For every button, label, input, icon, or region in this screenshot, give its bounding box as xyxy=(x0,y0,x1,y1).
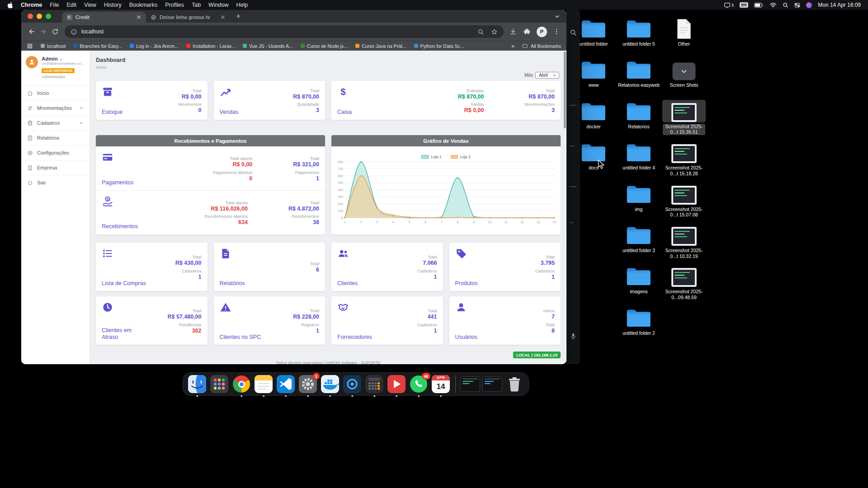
forward-button[interactable] xyxy=(38,26,49,38)
desktop-icon-screenshot-2025-0-t-15-36-51[interactable]: Screenshot 2025-0...t 15.36.51 xyxy=(662,100,706,135)
menubar-item-edit[interactable]: Edit xyxy=(66,2,76,8)
card-title[interactable]: Fornecedores xyxy=(337,334,372,341)
desktop-icon-screen-shots[interactable]: Screen Shots xyxy=(662,58,706,88)
dock-calendar-icon[interactable]: APR14 xyxy=(431,374,451,394)
dock-docker-icon[interactable] xyxy=(320,374,340,394)
card-vendas[interactable]: VendasTotalR$ 870,00Quantidade3 xyxy=(214,81,326,120)
desktop-icon-untitled-folder-3[interactable]: untitled folder 3 xyxy=(617,224,660,253)
card-title[interactable]: Produtos xyxy=(455,280,478,287)
address-bar[interactable]: localhost xyxy=(65,25,504,38)
bookmark-item[interactable]: Branches for Easy... xyxy=(73,43,122,49)
desktop-icon-relatorios-easyweb[interactable]: Relatorios-easyweb xyxy=(617,58,660,88)
new-tab-button[interactable] xyxy=(233,11,244,22)
profile-avatar[interactable]: P xyxy=(537,27,547,37)
card-title[interactable]: Relatórios xyxy=(220,280,245,287)
dock-blue-app-icon[interactable] xyxy=(342,374,362,394)
dock-chrome-icon[interactable] xyxy=(231,374,251,394)
card-title[interactable]: Usuários xyxy=(455,334,477,341)
lens-search-icon[interactable] xyxy=(477,28,484,35)
back-button[interactable] xyxy=(26,26,38,38)
sidebar-item-empresa[interactable]: Empresa xyxy=(21,160,90,175)
section-recebimentos[interactable]: $RecebimentosTotal abertoR$ 116.026,00Re… xyxy=(96,190,325,234)
spotlight-icon[interactable] xyxy=(783,2,788,8)
menubar-item-tab[interactable]: Tab xyxy=(192,2,201,8)
dock-finder-icon[interactable] xyxy=(187,374,207,394)
bookmark-star-icon[interactable] xyxy=(491,28,498,35)
browser-tab[interactable]: Deixar linha grossa hr xyxy=(146,12,230,23)
card-produtos[interactable]: ProdutosTotal3.795Cadastros1 xyxy=(449,243,561,291)
dock-minimized-window-2-icon[interactable] xyxy=(482,374,502,394)
sidebar-item-sair[interactable]: Sair xyxy=(21,175,90,190)
bookmark-item[interactable]: Installation - Larav... xyxy=(186,43,235,49)
display-status-icon[interactable]: 1 xyxy=(724,2,734,9)
tab-close-icon[interactable] xyxy=(136,14,142,20)
card-usuarios[interactable]: UsuáriosAtivos7Total8 xyxy=(449,296,561,345)
dock-vscode-icon[interactable] xyxy=(276,374,296,394)
section-title[interactable]: Pagamentos xyxy=(102,179,133,186)
desktop-icon-untitled-folder-4[interactable]: untitled folder 4 xyxy=(617,141,660,171)
browser-tab[interactable]: CCredit xyxy=(62,12,146,23)
page-scrollbar[interactable] xyxy=(563,51,566,364)
window-minimize-button[interactable] xyxy=(37,14,42,19)
desktop-icon-docs[interactable]: docs xyxy=(572,141,615,171)
dock-notes-icon[interactable] xyxy=(254,374,274,394)
menubar-item-window[interactable]: Window xyxy=(208,2,228,8)
apps-grid-icon[interactable] xyxy=(27,43,33,49)
extensions-icon[interactable] xyxy=(523,28,531,36)
menubar-item-bookmarks[interactable]: Bookmarks xyxy=(129,2,158,8)
bookmark-item[interactable]: Curso de Node.js... xyxy=(301,43,348,49)
scrollbar-thumb[interactable] xyxy=(564,52,566,128)
dock-red-app-icon[interactable] xyxy=(387,374,406,394)
card-clientes[interactable]: ClientesTotal7.066Cadastros1 xyxy=(331,243,443,291)
bookmark-item[interactable]: Python for Data Sc... xyxy=(414,43,464,49)
dock-settings-icon[interactable]: 1 xyxy=(298,374,318,394)
wifi-icon[interactable] xyxy=(769,2,777,8)
control-center-icon[interactable] xyxy=(794,2,800,8)
keyboard-layout-badge[interactable]: BR xyxy=(740,2,748,8)
window-close-button[interactable] xyxy=(28,14,33,19)
tab-close-icon[interactable] xyxy=(220,14,226,20)
edit-pencil-icon[interactable] xyxy=(60,57,64,61)
all-bookmarks-button[interactable]: All Bookmarks xyxy=(522,43,561,49)
dock-minimized-window-1-icon[interactable] xyxy=(460,374,480,394)
menubar-item-file[interactable]: File xyxy=(50,2,59,8)
sidebar-item-configuracoes[interactable]: Configurações xyxy=(21,145,90,160)
menubar-item-history[interactable]: History xyxy=(104,2,122,8)
section-title[interactable]: Recebimentos xyxy=(102,223,138,230)
desktop-icon-untitled-folder[interactable]: untitled folder xyxy=(572,17,615,47)
card-title[interactable]: Clientes no SPC xyxy=(220,334,261,341)
desktop-icon-untitled-folder-5[interactable]: untitled folder 5 xyxy=(617,17,660,47)
menubar-item-help[interactable]: Help xyxy=(236,2,248,8)
apple-menu-icon[interactable] xyxy=(7,2,13,9)
bookmark-item[interactable]: Curso Java na Prát... xyxy=(355,43,406,49)
card-title[interactable]: Lista de Compras xyxy=(102,280,146,287)
menubar-item-profiles[interactable]: Profiles xyxy=(165,2,184,8)
sidebar-item-relatorios[interactable]: Relatórios xyxy=(21,130,90,145)
card-title[interactable]: Clientes em Atraso xyxy=(102,327,147,341)
microphone-icon[interactable] xyxy=(570,333,577,340)
siri-icon[interactable] xyxy=(806,2,812,8)
desktop-icon-screenshot-2025-0-t-10-32-19[interactable]: Screenshot 2025-0...t 10.32.19 xyxy=(662,224,706,259)
dock-trash-icon[interactable] xyxy=(505,374,524,394)
reload-button[interactable] xyxy=(49,26,61,38)
card-estoque[interactable]: EstoqueTotalR$ 0,00Movimentos0 xyxy=(96,81,208,120)
desktop-icon-www[interactable]: www xyxy=(572,58,615,88)
sidebar-item-movimentacoes[interactable]: Movimentações xyxy=(21,100,90,115)
sidebar-item-cadastros[interactable]: Cadastros xyxy=(21,115,90,130)
dock-launchpad-icon[interactable] xyxy=(209,374,229,394)
card-title[interactable]: Estoque xyxy=(102,109,123,116)
bookmarks-overflow-icon[interactable]: » xyxy=(511,43,514,49)
desktop-icon-img[interactable]: img xyxy=(617,183,660,212)
site-info-icon[interactable] xyxy=(71,28,77,35)
menubar-clock[interactable]: Mon 14 Apr 16:09 xyxy=(818,2,861,8)
desktop-icon-imagens[interactable]: imagens xyxy=(617,265,660,295)
dock-whatsapp-icon[interactable]: 46 xyxy=(409,374,429,394)
card-title[interactable]: Clientes xyxy=(337,280,358,287)
menubar-item-view[interactable]: View xyxy=(84,2,96,8)
card-fornecedores[interactable]: FornecedoresTotal441Cadastros1 xyxy=(331,296,443,345)
window-zoom-button[interactable] xyxy=(46,14,51,19)
desktop-icon-screenshot-2025-0-t-15-07-08[interactable]: Screenshot 2025-0...t 15.07.08 xyxy=(662,183,706,218)
sidebar-item-inicio[interactable]: Início xyxy=(21,85,90,100)
desktop-icon-other[interactable]: Other xyxy=(662,17,706,47)
section-pagamentos[interactable]: PagamentosTotal abertoR$ 0,00Pagamentos … xyxy=(96,146,325,190)
